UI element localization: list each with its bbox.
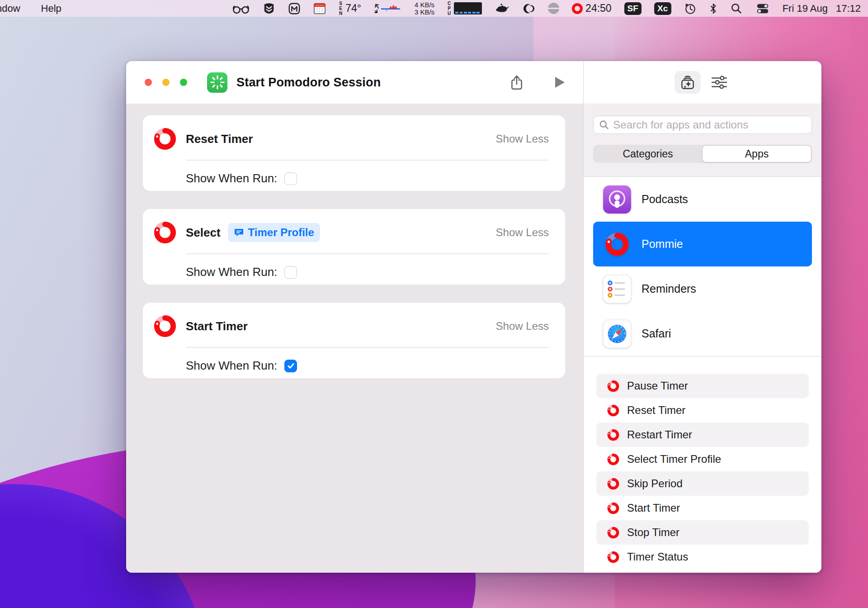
zoom-button[interactable] [180, 79, 187, 86]
pomodoro-menu-item[interactable]: 24:50 [572, 2, 612, 14]
card-divider [186, 160, 549, 161]
app-list: Podcasts Pommie Reminders Safari [584, 177, 821, 356]
show-less-link[interactable]: Show Less [496, 226, 549, 239]
menu-help[interactable]: Help [41, 3, 61, 14]
show-when-run-checkbox[interactable] [284, 360, 297, 372]
shortcut-settings-button[interactable] [708, 71, 731, 94]
app-name: Podcasts [642, 193, 688, 206]
shortcut-icon[interactable] [207, 72, 227, 93]
shortcut-title: Start Pomodoro Session [236, 76, 381, 90]
network-graph-icon[interactable] [374, 3, 402, 14]
param-label: Show When Run: [186, 265, 277, 279]
pommie-ring-icon [152, 313, 178, 339]
action-item-pause-timer[interactable]: Pause Timer [596, 374, 809, 398]
pommie-ring-icon [606, 501, 620, 515]
stacked-inbox-icon[interactable] [263, 2, 275, 15]
pommie-ring-icon [606, 477, 620, 491]
control-center-icon[interactable] [755, 3, 770, 14]
pommie-ring-icon [152, 126, 178, 152]
menu-bar-menus: ndow Help [0, 3, 61, 14]
action-item-start-timer[interactable]: Start Timer [596, 496, 809, 520]
action-item-reset-timer[interactable]: Reset Timer [596, 398, 809, 423]
net-down-speed: 3 KB/s [415, 8, 434, 16]
m-app-icon[interactable] [288, 2, 301, 15]
calendar-icon[interactable] [313, 3, 326, 14]
token-label: Timer Profile [248, 226, 314, 239]
action-item-select-timer-profile[interactable]: Select Timer Profile [596, 447, 809, 471]
action-title: Start Timer [186, 319, 248, 333]
tab-categories[interactable]: Categories [594, 145, 702, 162]
share-button[interactable] [510, 74, 524, 90]
card-divider [186, 253, 549, 254]
menu-bar-status-items: SEN 74° 4 KB/s 3 KB/s CPU 24:50 SF Xc [232, 1, 861, 16]
network-speed-readout[interactable]: 4 KB/s 3 KB/s [415, 1, 434, 16]
pomodoro-ring-icon [572, 3, 583, 14]
bluetooth-icon[interactable] [709, 2, 717, 15]
app-row-podcasts[interactable]: Podcasts [593, 177, 812, 222]
action-title: Select [186, 226, 221, 240]
pommie-ring-icon [606, 404, 620, 418]
param-label: Show When Run: [186, 359, 277, 373]
show-less-link[interactable]: Show Less [496, 320, 549, 332]
app-name: Pommie [642, 238, 683, 251]
timer-profile-token[interactable]: Timer Profile [228, 223, 320, 242]
spotlight-search-icon[interactable] [730, 2, 743, 15]
run-shortcut-button[interactable] [553, 76, 566, 89]
xcode-badge[interactable]: Xc [654, 2, 671, 15]
app-name: Reminders [642, 282, 696, 295]
library-tabs: Categories Apps [593, 145, 812, 163]
traffic-lights [145, 79, 187, 86]
action-item-restart-timer[interactable]: Restart Timer [596, 423, 809, 447]
minimize-button[interactable] [162, 79, 170, 86]
action-item-skip-period[interactable]: Skip Period [596, 471, 809, 496]
glasses-icon[interactable] [232, 3, 250, 14]
pill-icon[interactable] [548, 3, 559, 14]
action-card-start-timer[interactable]: Start Timer Show Less Show When Run: [143, 303, 565, 378]
cpu-label: CPU [447, 1, 451, 16]
menu-bar-clock[interactable]: Fri 19 Aug 17:12 [783, 3, 861, 14]
action-library-toggle-button[interactable] [675, 71, 701, 94]
app-row-pommie[interactable]: Pommie [593, 222, 812, 266]
sensor-label: SEN [339, 1, 343, 16]
param-label: Show When Run: [186, 171, 277, 185]
pommie-ring-icon [606, 379, 620, 393]
tab-apps[interactable]: Apps [702, 145, 811, 162]
pommie-ring-icon [606, 526, 620, 540]
pommie-ring-icon [606, 452, 620, 466]
action-card-select-timer-profile[interactable]: Select Timer Profile Show Less Show When… [143, 209, 565, 285]
time-text: 17:12 [836, 3, 861, 14]
speech-bubble-icon [234, 228, 244, 238]
pommie-ring-icon [606, 550, 620, 564]
card-divider [186, 347, 549, 348]
show-when-run-checkbox[interactable] [284, 266, 297, 279]
app-row-safari[interactable]: Safari [593, 311, 812, 356]
show-less-link[interactable]: Show Less [496, 133, 549, 145]
reminders-app-icon [603, 275, 631, 303]
window-title-bar: Start Pomodoro Session [126, 61, 583, 104]
show-when-run-checkbox[interactable] [284, 172, 297, 185]
temperature-sensor[interactable]: SEN 74° [339, 1, 361, 16]
action-item-timer-status[interactable]: Timer Status [596, 545, 809, 569]
pomodoro-time: 24:50 [585, 2, 612, 14]
sf-symbols-badge[interactable]: SF [624, 2, 642, 15]
genie-lamp-icon[interactable] [495, 3, 510, 14]
action-library-sidebar: Categories Apps Podcasts Pommie Reminder… [584, 61, 821, 573]
search-input[interactable] [613, 119, 806, 131]
sidebar-divider [584, 356, 821, 356]
action-item-stop-timer[interactable]: Stop Timer [596, 520, 809, 545]
sidebar-search-area: Categories Apps [584, 104, 821, 177]
shortcuts-editor-window: Start Pomodoro Session Reset Timer Show … [126, 61, 821, 573]
time-machine-icon[interactable] [684, 2, 697, 15]
search-field[interactable] [593, 116, 812, 134]
sidebar-header [584, 61, 821, 104]
cpu-meter[interactable]: CPU [447, 1, 482, 16]
pommie-app-icon [603, 230, 631, 258]
close-button[interactable] [145, 79, 152, 86]
action-canvas: Reset Timer Show Less Show When Run: Sel… [126, 104, 583, 573]
contrast-moon-icon[interactable] [523, 2, 535, 15]
temperature-value: 74° [345, 2, 361, 14]
menu-window-truncated[interactable]: ndow [0, 3, 20, 14]
app-row-reminders[interactable]: Reminders [593, 266, 812, 311]
menu-bar: ndow Help SEN 74° 4 KB/s 3 KB/s [0, 0, 868, 17]
action-card-reset-timer[interactable]: Reset Timer Show Less Show When Run: [143, 115, 565, 191]
